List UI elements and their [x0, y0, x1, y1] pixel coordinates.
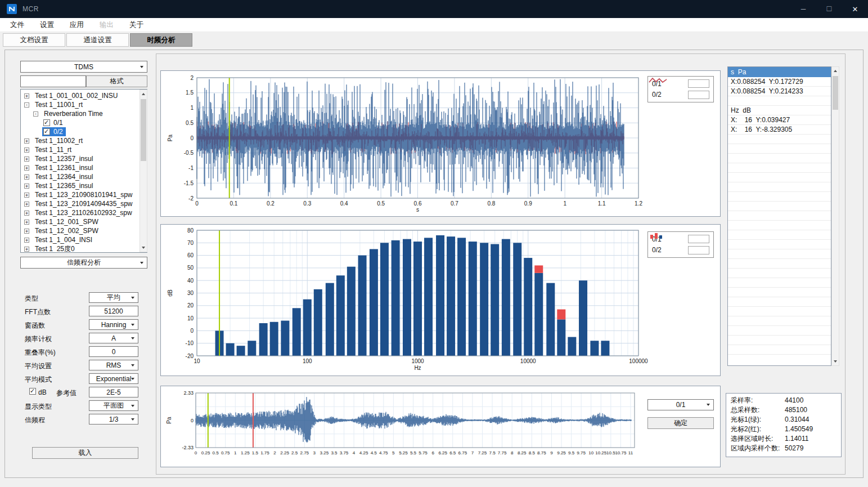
- spectrum-chart[interactable]: 1010010001000010000080706050403020100-10…: [161, 225, 720, 376]
- tree-expander-icon[interactable]: +: [24, 138, 29, 144]
- tree-expander-icon[interactable]: -: [24, 102, 29, 108]
- spectrum-bar[interactable]: [424, 238, 433, 356]
- tree-item[interactable]: +Test 1_12_001_SPW: [21, 217, 147, 226]
- form-fft-points-input[interactable]: 51200: [89, 306, 138, 316]
- list-row[interactable]: [728, 202, 831, 211]
- tree-item[interactable]: +Test 1_12357_insul: [21, 154, 147, 163]
- spectrum-bar[interactable]: [226, 343, 235, 356]
- tree-item[interactable]: -Test 1_11001_rt: [21, 100, 147, 109]
- spectrum-bar[interactable]: [491, 244, 499, 356]
- tree-expander-icon[interactable]: +: [24, 229, 29, 234]
- tree-scrollbar-thumb[interactable]: [141, 99, 146, 161]
- list-row[interactable]: [728, 192, 831, 202]
- tree-expander-icon[interactable]: +: [24, 175, 29, 180]
- form-display-type-select[interactable]: 平面图: [89, 400, 138, 411]
- spectrum-bar[interactable]: [314, 289, 322, 356]
- tree-item[interactable]: -Reverberation Time: [21, 109, 147, 118]
- spectrum-bar[interactable]: [557, 319, 565, 356]
- list-row[interactable]: Hz dB: [728, 106, 831, 115]
- spectrum-bar[interactable]: [469, 242, 477, 356]
- spectrum-bar[interactable]: [447, 236, 455, 356]
- list-row[interactable]: [728, 173, 831, 182]
- list-row[interactable]: [728, 249, 831, 259]
- tree-item[interactable]: +Test 1_123_210908101941_spw: [21, 190, 147, 199]
- form-frequency-weighting-select[interactable]: A: [89, 333, 138, 343]
- tab-time-frequency-analysis[interactable]: 时频分析: [130, 33, 192, 47]
- spectrum-bar[interactable]: [293, 308, 301, 356]
- spectrum-bar[interactable]: [392, 240, 400, 356]
- list-row[interactable]: [728, 240, 831, 249]
- scroll-down-icon[interactable]: [834, 360, 837, 363]
- tree-expander-icon[interactable]: +: [24, 148, 29, 153]
- list-row[interactable]: X: 16 Y:0.039427: [728, 115, 831, 125]
- list-row[interactable]: [728, 135, 831, 144]
- spectrum-bar[interactable]: [270, 322, 278, 356]
- spectrum-bar[interactable]: [413, 242, 422, 356]
- list-row[interactable]: [728, 345, 831, 355]
- filter-input[interactable]: [20, 75, 86, 87]
- form-average-mode-select[interactable]: Exponential: [89, 373, 138, 384]
- spectrum-bar[interactable]: [534, 273, 543, 356]
- list-row[interactable]: [728, 154, 831, 163]
- list-scrollbar-thumb[interactable]: [833, 76, 838, 110]
- menu-item-file[interactable]: 文件: [2, 19, 32, 32]
- spectrum-bar[interactable]: [601, 341, 609, 356]
- tree-item[interactable]: +Test 1_123_211026102932_spw: [21, 208, 147, 217]
- spectrum-bar[interactable]: [248, 341, 256, 356]
- tree-expander-icon[interactable]: +: [24, 193, 29, 198]
- scroll-up-icon[interactable]: [142, 93, 145, 95]
- tree-item[interactable]: +Test 1_001_001_002_INSU: [21, 91, 147, 100]
- tree-item[interactable]: 0/1: [21, 118, 147, 127]
- spectrum-bar[interactable]: [380, 243, 389, 356]
- list-header[interactable]: s Pa: [728, 67, 831, 77]
- list-row[interactable]: [728, 221, 831, 230]
- tree-item[interactable]: +Test 1_12361_insul: [21, 163, 147, 172]
- tree-item[interactable]: +Test 1_11002_rt: [21, 136, 147, 145]
- list-row[interactable]: [728, 96, 831, 106]
- legend-entry[interactable]: 0/2: [652, 245, 709, 256]
- spectrum-bar[interactable]: [546, 283, 555, 356]
- spectrum-bar[interactable]: [568, 337, 576, 356]
- tree-item-checkbox[interactable]: [43, 119, 50, 126]
- waveform-chart[interactable]: 00.10.20.30.40.50.60.70.80.911.11.221.51…: [161, 71, 720, 216]
- tree-expander-icon[interactable]: +: [24, 157, 29, 162]
- form-overlap-percent-input[interactable]: 0: [89, 346, 138, 357]
- confirm-button[interactable]: 确定: [647, 417, 714, 429]
- load-button[interactable]: 载入: [32, 447, 138, 459]
- list-row[interactable]: [728, 230, 831, 240]
- tree-item[interactable]: +Test 1_123_210914094435_spw: [21, 199, 147, 208]
- spectrum-bar[interactable]: [259, 323, 268, 356]
- tree-item[interactable]: +Test 1_12_002_SPW: [21, 226, 147, 235]
- list-row[interactable]: [728, 182, 831, 192]
- spectrum-bar[interactable]: [281, 321, 289, 356]
- tree-item[interactable]: +Test 1_25度0: [21, 244, 147, 253]
- db-checkbox[interactable]: [29, 388, 36, 395]
- list-scrollbar[interactable]: [831, 66, 839, 366]
- list-row[interactable]: X: 16 Y:-8.329305: [728, 125, 831, 135]
- maximize-button[interactable]: ☐: [816, 0, 842, 18]
- form-average-setting-select[interactable]: RMS: [89, 360, 138, 370]
- list-row[interactable]: X:0.088254 Y:0.172729: [728, 77, 831, 87]
- tree-expander-icon[interactable]: -: [33, 111, 38, 117]
- menu-item-about[interactable]: 关于: [122, 19, 151, 32]
- spectrum-bar[interactable]: [326, 283, 334, 356]
- scroll-down-icon[interactable]: [142, 247, 145, 249]
- spectrum-bar-red[interactable]: [534, 265, 543, 272]
- menu-item-apply[interactable]: 应用: [62, 19, 92, 32]
- tree-expander-icon[interactable]: +: [24, 202, 29, 207]
- tree-expander-icon[interactable]: +: [24, 93, 29, 99]
- tree-expander-icon[interactable]: +: [24, 238, 29, 243]
- close-button[interactable]: ✕: [842, 0, 868, 18]
- channel-select[interactable]: 0/1: [647, 399, 714, 410]
- list-row[interactable]: [728, 297, 831, 307]
- spectrum-bar[interactable]: [358, 256, 367, 356]
- spectrum-bar[interactable]: [457, 238, 466, 356]
- spectrum-bar-red[interactable]: [557, 309, 565, 319]
- tree-item[interactable]: +Test 1_11_rt: [21, 145, 147, 154]
- tab-channel-settings[interactable]: 通道设置: [66, 33, 129, 47]
- analysis-type-select[interactable]: 倍频程分析: [20, 257, 147, 269]
- spectrum-bar[interactable]: [524, 258, 532, 356]
- list-row[interactable]: [728, 326, 831, 336]
- spectrum-bar[interactable]: [403, 239, 411, 356]
- spectrum-bar[interactable]: [237, 346, 245, 356]
